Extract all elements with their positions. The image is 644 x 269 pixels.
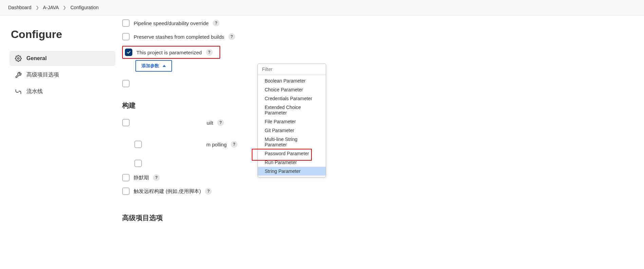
checkbox-pipeline-speed[interactable]	[122, 19, 130, 27]
sidebar-item-label: 流水线	[26, 88, 43, 95]
sidebar-item-general[interactable]: General	[10, 51, 115, 66]
hidden-wrapper-2	[134, 158, 588, 169]
section-advanced-heading: 高级项目选项	[122, 213, 588, 222]
checkbox-hidden-1[interactable]	[122, 80, 130, 87]
dropdown-list: Boolean Parameter Choice Parameter Crede…	[258, 75, 326, 177]
main-content: Pipeline speed/durability override ? Pre…	[122, 15, 604, 248]
breadcrumb: Dashboard ❯ A-JAVA ❯ Configuration	[0, 0, 644, 15]
dropdown-item-extended-choice[interactable]: Extended Choice Parameter	[258, 103, 326, 117]
help-icon[interactable]: ?	[153, 174, 160, 181]
option-throttle: m polling ?	[134, 139, 588, 150]
checkbox-throttle[interactable]	[134, 141, 142, 148]
add-param-label: 添加参数	[141, 63, 159, 69]
dropdown-item-boolean[interactable]: Boolean Parameter	[258, 76, 326, 85]
breadcrumb-item[interactable]: A-JAVA	[43, 5, 59, 10]
checkbox-preserve-stashes[interactable]	[122, 33, 130, 40]
sidebar-item-pipeline[interactable]: 流水线	[10, 84, 115, 99]
wrench-icon	[15, 72, 22, 78]
gear-icon	[15, 55, 22, 62]
help-icon[interactable]: ?	[228, 33, 235, 40]
label-concurrent-suffix: uilt	[207, 120, 213, 126]
option-preserve-stashes: Preserve stashes from completed builds ?	[122, 31, 588, 42]
sidebar-item-label: 高级项目选项	[26, 71, 59, 78]
dropdown-item-password[interactable]: Password Parameter	[258, 149, 326, 158]
caret-up-icon	[163, 65, 166, 67]
option-concurrent: uilt ?	[122, 117, 588, 128]
dropdown-filter-input[interactable]	[258, 64, 326, 75]
svg-point-0	[18, 58, 19, 59]
dropdown-item-string[interactable]: String Parameter	[258, 167, 326, 176]
option-pipeline-speed: Pipeline speed/durability override ?	[122, 17, 588, 29]
help-icon[interactable]: ?	[206, 49, 213, 56]
option-hidden-2	[134, 158, 588, 169]
dropdown-item-choice[interactable]: Choice Parameter	[258, 85, 326, 94]
option-remote-trigger: 触发远程构建 (例如,使用脚本) ?	[122, 185, 588, 197]
dropdown-item-multiline[interactable]: Multi-line String Parameter	[258, 135, 326, 149]
checkbox-parameterized[interactable]	[125, 49, 132, 56]
parameterized-subtree: 添加参数	[126, 60, 588, 72]
help-icon[interactable]: ?	[231, 141, 238, 148]
add-parameter-button[interactable]: 添加参数	[135, 60, 172, 72]
checkbox-remote-trigger[interactable]	[122, 187, 130, 195]
help-icon[interactable]: ?	[217, 119, 224, 126]
throttle-wrapper: m polling ?	[134, 139, 588, 150]
breadcrumb-item[interactable]: Dashboard	[8, 5, 32, 10]
page-title: Configure	[11, 28, 115, 41]
sidebar-item-advanced[interactable]: 高级项目选项	[10, 67, 115, 83]
pipeline-icon	[15, 88, 22, 95]
dropdown-item-file[interactable]: File Parameter	[258, 117, 326, 126]
help-icon[interactable]: ?	[205, 188, 212, 195]
label-throttle-suffix: m polling	[206, 142, 227, 147]
dropdown-item-run[interactable]: Run Parameter	[258, 158, 326, 167]
option-silent-period: 静默期 ?	[122, 172, 588, 183]
label-remote-trigger: 触发远程构建 (例如,使用脚本)	[134, 188, 201, 195]
sidebar: Configure General 高级项目选项 流水线	[0, 15, 122, 248]
section-build-heading: 构建	[122, 101, 588, 110]
option-hidden-1	[122, 78, 588, 89]
label-pipeline-speed: Pipeline speed/durability override	[134, 20, 209, 26]
chevron-right-icon: ❯	[36, 5, 39, 10]
checkbox-silent-period[interactable]	[122, 174, 130, 181]
help-icon[interactable]: ?	[213, 20, 220, 26]
add-parameter-dropdown: Boolean Parameter Choice Parameter Crede…	[258, 64, 326, 177]
breadcrumb-item[interactable]: Configuration	[70, 5, 98, 10]
checkbox-hidden-2[interactable]	[134, 160, 142, 167]
dropdown-item-credentials[interactable]: Credentials Parameter	[258, 94, 326, 103]
label-preserve-stashes: Preserve stashes from completed builds	[134, 34, 224, 40]
option-parameterized-highlight: This project is parameterized ?	[122, 46, 220, 59]
label-parameterized: This project is parameterized	[136, 50, 202, 55]
label-silent-period: 静默期	[134, 175, 149, 181]
sidebar-item-label: General	[26, 55, 47, 61]
checkbox-concurrent[interactable]	[122, 119, 130, 126]
chevron-right-icon: ❯	[63, 5, 66, 10]
dropdown-item-git[interactable]: Git Parameter	[258, 126, 326, 135]
